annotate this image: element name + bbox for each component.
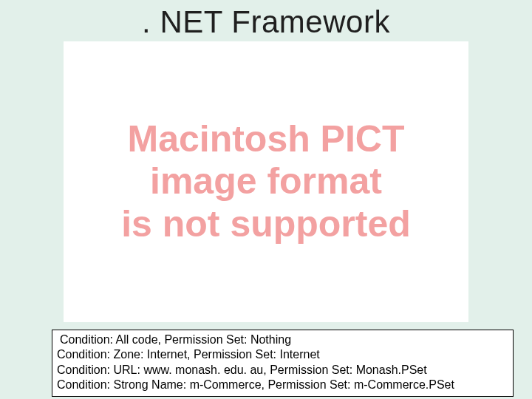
condition-line-3: Condition: URL: www. monash. edu. au, Pe… xyxy=(57,363,508,378)
pict-error-message: Macintosh PICT image format is not suppo… xyxy=(64,118,468,246)
condition-line-4: Condition: Strong Name: m-Commerce, Perm… xyxy=(57,378,508,392)
condition-line-2: Condition: Zone: Internet, Permission Se… xyxy=(57,347,508,362)
slide: . NET Framework Macintosh PICT image for… xyxy=(0,0,532,399)
conditions-box: Condition: All code, Permission Set: Not… xyxy=(52,330,514,397)
pict-placeholder: Macintosh PICT image format is not suppo… xyxy=(64,41,468,322)
slide-title: . NET Framework xyxy=(0,4,532,40)
pict-line-2: image format xyxy=(66,160,466,203)
pict-line-3: is not supported xyxy=(66,203,466,246)
pict-line-1: Macintosh PICT xyxy=(66,118,466,161)
condition-line-1: Condition: All code, Permission Set: Not… xyxy=(57,332,508,347)
